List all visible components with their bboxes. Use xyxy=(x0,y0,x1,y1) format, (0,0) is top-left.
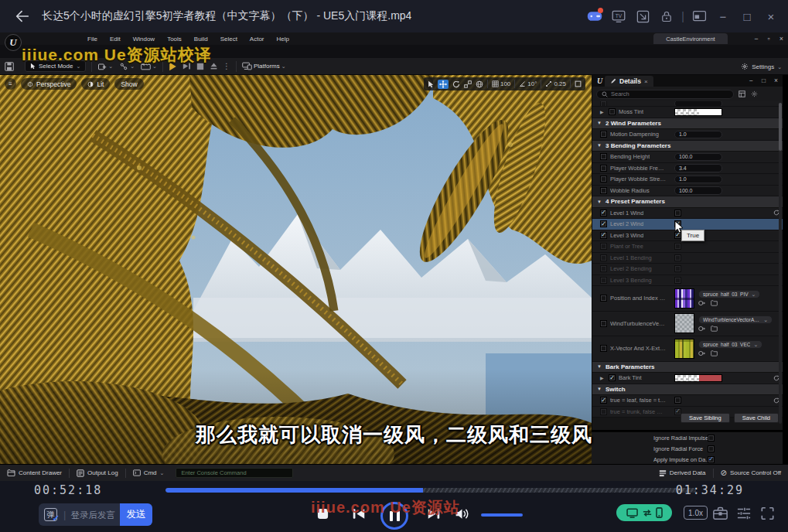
scale-snap-toggle[interactable]: 0.25 xyxy=(545,80,566,87)
value-checkbox[interactable] xyxy=(674,254,681,261)
category-header[interactable]: ▼Bark Parameters xyxy=(592,362,783,373)
color-swatch[interactable] xyxy=(674,374,722,383)
value-checkbox[interactable] xyxy=(674,210,681,217)
platforms-dropdown[interactable]: Platforms ⌄ xyxy=(242,62,286,70)
browse-asset-icon[interactable] xyxy=(711,350,718,356)
derived-data-button[interactable]: Derived Data xyxy=(652,465,713,481)
details-scrollbar[interactable] xyxy=(779,103,782,424)
value-box[interactable]: 100.0 xyxy=(674,186,722,195)
player-settings-button[interactable] xyxy=(736,506,752,520)
pause-button[interactable] xyxy=(380,502,408,530)
fullscreen-button[interactable] xyxy=(760,506,775,520)
screenshot-button[interactable] xyxy=(633,7,652,26)
rotation-snap-toggle[interactable]: 10° xyxy=(519,80,537,87)
tab-details[interactable]: Details × xyxy=(605,76,653,87)
value-box[interactable] xyxy=(674,101,722,107)
property-checkbox[interactable] xyxy=(600,345,607,352)
property-checkbox[interactable] xyxy=(600,320,607,327)
move-tool-button[interactable] xyxy=(438,80,449,89)
tv-cast-button[interactable]: TV xyxy=(609,7,628,26)
viewport-canvas[interactable]: ≡ Perspective Lit Show xyxy=(0,75,592,464)
details-search-input[interactable]: Search xyxy=(596,90,734,99)
menu-select[interactable]: Select xyxy=(220,36,237,43)
value-box[interactable]: 3.4 xyxy=(674,164,722,172)
show-dropdown[interactable]: Show xyxy=(114,78,143,90)
lock-button[interactable] xyxy=(657,7,676,26)
source-control-button[interactable]: ⊘ Source Control Off xyxy=(714,465,788,481)
category-header[interactable]: ▼4 Preset Parameters xyxy=(592,196,783,208)
ue-close-icon[interactable]: × xyxy=(779,36,783,43)
menu-build[interactable]: Build xyxy=(194,36,208,43)
value-checkbox[interactable] xyxy=(674,243,681,250)
property-checkbox[interactable] xyxy=(600,101,607,107)
value-box[interactable]: 1.0 xyxy=(674,131,722,139)
property-checkbox[interactable]: ✓ xyxy=(600,210,607,217)
viewport-menu-button[interactable]: ≡ xyxy=(5,78,16,90)
select-tool-button[interactable] xyxy=(428,80,434,88)
cmd-dropdown[interactable]: Cmd ⌄ xyxy=(126,465,172,481)
menu-file[interactable]: File xyxy=(87,36,97,43)
property-checkbox[interactable] xyxy=(600,131,607,138)
world-space-button[interactable] xyxy=(476,80,483,88)
output-log-button[interactable]: Output Log xyxy=(70,465,125,481)
save-button[interactable] xyxy=(5,62,14,71)
menu-actor[interactable]: Actor xyxy=(250,36,264,43)
maximize-button[interactable]: □ xyxy=(738,7,756,26)
video-frame[interactable]: FileEditWindowToolsBuildSelectActorHelp … xyxy=(0,32,788,481)
danmaku-input[interactable] xyxy=(70,510,120,520)
browse-asset-icon[interactable] xyxy=(711,326,718,332)
stop-button[interactable] xyxy=(316,507,329,520)
details-close-icon[interactable]: × xyxy=(774,77,778,84)
details-scrollbar-thumb[interactable] xyxy=(779,103,782,151)
category-header[interactable]: ▼3 Bending Parameters xyxy=(592,141,783,152)
ue-logo[interactable]: U xyxy=(5,34,22,51)
value-checkbox[interactable] xyxy=(674,277,681,284)
scale-tool-button[interactable] xyxy=(464,80,472,88)
ue-restore-icon[interactable]: ▫ xyxy=(768,36,770,43)
value-checkbox[interactable] xyxy=(674,397,681,404)
content-drawer-button[interactable]: Content Drawer xyxy=(0,465,69,481)
property-checkbox[interactable] xyxy=(600,295,607,302)
texture-thumbnail[interactable] xyxy=(674,313,694,333)
console-input[interactable]: Enter Console Command xyxy=(176,468,293,478)
property-checkbox[interactable]: ✓ xyxy=(609,374,616,381)
details-minimize-icon[interactable]: − xyxy=(749,77,753,84)
use-selected-icon[interactable] xyxy=(698,350,705,356)
property-checkbox[interactable] xyxy=(600,165,607,172)
panel-settings-gear-icon[interactable] xyxy=(751,90,758,97)
ue-minimize-icon[interactable]: − xyxy=(754,36,758,43)
cast-to-device-button[interactable] xyxy=(616,504,672,521)
danmaku-toggle-icon[interactable]: 弹 ✓ xyxy=(44,508,57,521)
color-swatch[interactable] xyxy=(674,108,722,117)
physics-checkbox[interactable]: ✓ xyxy=(708,456,715,463)
asset-dropdown[interactable]: WindTurblenceVectorAndGus⌄ xyxy=(698,315,773,324)
toolbox-button[interactable] xyxy=(712,506,728,520)
property-checkbox[interactable] xyxy=(600,254,607,261)
progress-bar[interactable] xyxy=(165,488,696,493)
details-tab-close-icon[interactable]: × xyxy=(644,78,648,85)
minimize-button[interactable]: − xyxy=(714,7,732,26)
property-checkbox[interactable] xyxy=(600,243,607,250)
property-checkbox[interactable] xyxy=(600,153,607,160)
settings-dropdown[interactable]: Settings ⌄ xyxy=(741,58,782,75)
game-center-icon[interactable] xyxy=(585,7,604,26)
value-checkbox[interactable] xyxy=(674,265,681,272)
asset-dropdown[interactable]: spruce_half_03_PIV⌄ xyxy=(698,290,760,298)
lit-dropdown[interactable]: Lit xyxy=(81,78,110,90)
menu-window[interactable]: Window xyxy=(133,36,155,43)
perspective-dropdown[interactable]: Perspective xyxy=(21,78,77,90)
property-checkbox[interactable]: ✓ xyxy=(600,232,607,239)
next-button[interactable] xyxy=(426,506,442,521)
ue-level-tab[interactable]: CastleEnvironment xyxy=(653,33,728,44)
category-header[interactable]: ▼Switch xyxy=(592,384,783,396)
mini-player-button[interactable] xyxy=(690,7,708,26)
back-button[interactable] xyxy=(12,6,32,26)
send-button[interactable]: 发送 xyxy=(120,503,152,526)
maximize-viewport-button[interactable] xyxy=(575,80,582,87)
menu-tools[interactable]: Tools xyxy=(167,36,182,43)
property-checkbox[interactable] xyxy=(609,108,616,115)
use-selected-icon[interactable] xyxy=(698,326,705,332)
property-checkbox[interactable] xyxy=(600,277,607,284)
close-button[interactable]: × xyxy=(762,7,780,26)
playback-speed-button[interactable]: 1.0x xyxy=(684,506,708,520)
